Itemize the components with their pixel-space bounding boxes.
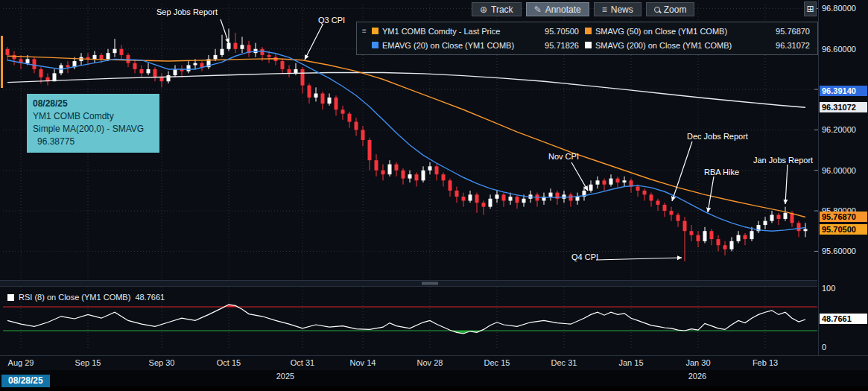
zoom-button[interactable]: Zoom [646, 2, 695, 16]
legend-row: EMAVG (20) on Close (YM1 COMB) 95.71826 … [360, 38, 813, 52]
legend-value: 96.31072 [776, 41, 813, 50]
legend-item-smavg200[interactable]: SMAVG (200) on Close (YM1 COMB) 96.31072 [585, 41, 813, 50]
legend-menu-icon[interactable]: ≡ [360, 27, 369, 35]
rsi-axis-bottom: 0 [822, 343, 826, 352]
legend-item-last-price[interactable]: YM1 COMB Comdty - Last Price 95.70500 [372, 27, 582, 36]
chart-legend: ≡ YM1 COMB Comdty - Last Price 95.70500 … [356, 22, 818, 55]
bottom-bar [0, 387, 868, 391]
annotation-arrow [708, 177, 714, 212]
annotation-arrow [785, 165, 788, 204]
smavg50-price-badge: 95.76870 [820, 212, 867, 222]
legend-label: YM1 COMB Comdty - Last Price [382, 27, 500, 36]
rsi-swatch [7, 294, 14, 301]
axis-label: 96.80000 [822, 4, 856, 13]
x-tick-label: Dec 15 [478, 358, 516, 367]
x-tick-label: Jan 15 [612, 358, 650, 367]
x-tick-label: Nov 28 [411, 358, 449, 367]
annotation-label: Sep Jobs Report [156, 7, 218, 16]
rsi-axis-top: 100 [822, 284, 835, 293]
x-tick-label: Sep 30 [143, 358, 180, 367]
rsi-current-value: 48.7661 [135, 293, 165, 302]
news-icon: ≡ [602, 4, 607, 15]
annotation-arrow [571, 162, 588, 191]
legend-value: 95.70500 [545, 27, 582, 36]
tooltip-study: Simple MA(200,0) - SMAVG [33, 123, 153, 136]
annotation-arrow [596, 258, 682, 260]
last-price-swatch [372, 28, 378, 34]
legend-row: ≡ YM1 COMB Comdty - Last Price 95.70500 … [360, 24, 813, 38]
legend-item-smavg50[interactable]: SMAVG (50) on Close (YM1 COMB) 95.76870 [585, 27, 813, 36]
x-tick-label: Oct 15 [210, 358, 247, 367]
chart-canvas[interactable]: Sep Jobs ReportQ3 CPINov CPIDec Jobs Rep… [0, 0, 868, 391]
year-label-2026: 2026 [679, 372, 716, 381]
x-tick-label: Jan 30 [679, 358, 717, 367]
emavg20-swatch [372, 42, 378, 48]
rsi-value-badge: 48.7661 [820, 314, 867, 324]
legend-label: SMAVG (200) on Close (YM1 COMB) [595, 41, 732, 50]
axis-label: 96.20000 [822, 125, 856, 134]
legend-value: 95.76870 [776, 27, 813, 36]
annotation-arrow [305, 25, 323, 60]
divider-handle[interactable] [422, 282, 438, 285]
x-tick-label: Aug 29 [2, 358, 39, 367]
annotation-label: Dec Jobs Report [687, 132, 748, 141]
annotation-label: Q3 CPI [318, 16, 345, 25]
start-crosshair-mark [1, 36, 3, 88]
x-tick-label: Oct 31 [284, 358, 321, 367]
x-tick-label: Dec 31 [545, 358, 583, 367]
rsi-line [7, 305, 805, 334]
grid-icon: ⊞ [806, 4, 814, 14]
legend-label: SMAVG (50) on Close (YM1 COMB) [595, 27, 727, 36]
x-tick-label: Sep 15 [69, 358, 107, 367]
tooltip-security: YM1 COMB Comdty [33, 110, 153, 123]
legend-label: EMAVG (20) on Close (YM1 COMB) [382, 41, 514, 50]
news-button[interactable]: ≡ News [594, 2, 642, 16]
panel-divider [0, 281, 817, 286]
axis-label: 96.60000 [822, 45, 856, 54]
annotation-arrow [672, 142, 692, 201]
annotate-icon: ✎ [534, 4, 542, 15]
price-axis[interactable]: 96.80000 96.60000 96.20000 96.00000 95.8… [820, 0, 868, 391]
tooltip-date: 08/28/25 [33, 98, 153, 110]
x-tick-label: Nov 14 [344, 358, 381, 367]
annotate-button-label: Annotate [545, 4, 581, 15]
zoom-icon [654, 7, 660, 13]
annotation-label: Jan Jobs Report [753, 156, 813, 165]
zoom-button-label: Zoom [664, 4, 687, 15]
last-price-badge: 95.70500 [820, 224, 867, 235]
crosshair-tooltip: 08/28/25 YM1 COMB Comdty Simple MA(200,0… [27, 94, 159, 153]
track-button-label: Track [491, 4, 513, 15]
crosshair-price-badge: 96.39140 [820, 86, 867, 96]
annotation-label: Nov CPI [548, 152, 579, 161]
axis-label: 95.60000 [822, 247, 856, 255]
panel-grid-button[interactable]: ⊞ [804, 1, 817, 16]
legend-item-emavg20[interactable]: EMAVG (20) on Close (YM1 COMB) 95.71826 [372, 41, 582, 50]
bloomberg-chart-window: Sep Jobs ReportQ3 CPINov CPIDec Jobs Rep… [0, 0, 868, 391]
legend-value: 95.71826 [545, 41, 582, 50]
annotation-label: RBA Hike [704, 168, 739, 177]
x-tick-label: Feb 13 [747, 358, 784, 367]
tooltip-value: 96.38775 [33, 136, 153, 148]
smavg200-price-badge: 96.31072 [820, 102, 867, 112]
smavg50-swatch [585, 28, 592, 34]
axis-label: 96.00000 [822, 166, 856, 175]
rsi-panel [3, 305, 817, 334]
year-label-2025: 2025 [267, 372, 304, 381]
rsi-label: RSI (8) on Close (YM1 COMB) [19, 293, 130, 302]
smavg200-swatch [585, 42, 592, 48]
rsi-legend[interactable]: RSI (8) on Close (YM1 COMB) 48.7661 [7, 293, 165, 302]
track-icon: ⊕ [480, 4, 487, 15]
news-button-label: News [611, 4, 633, 15]
chart-toolbar: ⊕ Track ✎ Annotate ≡ News Zoom [472, 2, 694, 16]
annotate-button[interactable]: ✎ Annotate [526, 2, 589, 16]
track-button[interactable]: ⊕ Track [472, 2, 522, 16]
start-date-badge: 08/28/25 [1, 375, 50, 387]
annotation-label: Q4 CPI [571, 252, 598, 261]
bottom-strip [0, 370, 868, 387]
